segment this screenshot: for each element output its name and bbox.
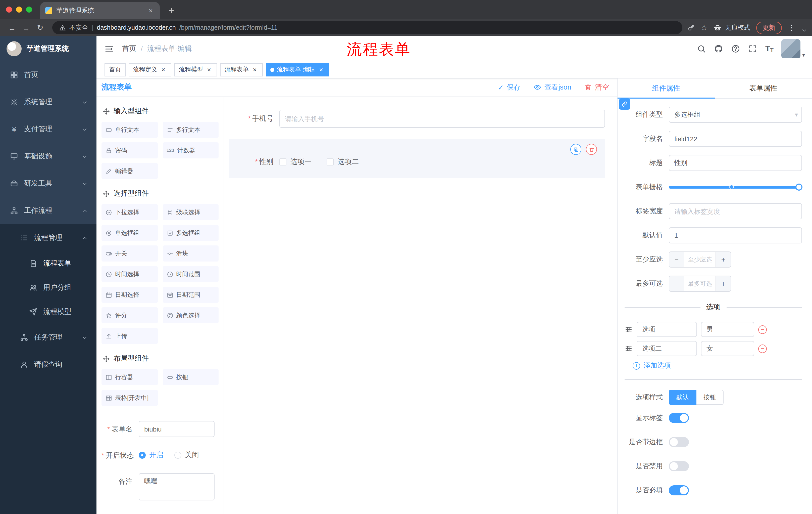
tag-close-icon[interactable]: × <box>205 66 212 74</box>
component-password[interactable]: 密码 <box>102 142 157 158</box>
component-upload[interactable]: 上传 <box>102 328 157 344</box>
component-select[interactable]: 下拉选择 <box>102 204 157 220</box>
increase-button[interactable]: + <box>716 252 731 267</box>
add-option-button[interactable]: + 添加选项 <box>633 361 802 370</box>
key-icon[interactable] <box>687 24 695 31</box>
component-switch[interactable]: 开关 <box>102 245 157 262</box>
fullscreen-icon[interactable] <box>748 44 757 53</box>
sidebar-logo[interactable]: 芋道管理系统 <box>0 36 96 61</box>
bookmark-star-icon[interactable]: ☆ <box>701 23 707 32</box>
component-radio-group[interactable]: 单选框组 <box>102 225 157 241</box>
component-type-select[interactable]: ▾ <box>669 107 802 123</box>
sidebar-item-task-mgmt[interactable]: 任务管理 <box>0 324 96 351</box>
tag-process-form[interactable]: 流程表单 × <box>220 63 263 76</box>
tag-home[interactable]: 首页 <box>105 63 126 76</box>
tag-close-icon[interactable]: × <box>251 66 258 74</box>
component-cascader[interactable]: 级联选择 <box>163 204 219 220</box>
update-button[interactable]: 更新 <box>756 21 782 34</box>
clear-button[interactable]: 清空 <box>584 83 609 92</box>
slider-handle[interactable] <box>795 184 803 191</box>
phone-field-row[interactable]: *手机号 <box>229 110 605 128</box>
disabled-toggle[interactable] <box>669 461 689 471</box>
component-date-picker[interactable]: 日期选择 <box>102 287 157 303</box>
component-table[interactable]: 表格[开发中] <box>102 390 157 406</box>
url-bar[interactable]: 不安全 | dashboard.yudao.iocoder.cn/bpm/man… <box>52 21 682 34</box>
sidebar-item-user-group[interactable]: 用户分组 <box>0 276 96 300</box>
show-label-toggle[interactable] <box>669 413 689 423</box>
link-badge[interactable] <box>619 99 630 110</box>
remove-option-button[interactable]: − <box>758 344 767 353</box>
forward-icon[interactable]: → <box>19 23 33 32</box>
help-icon[interactable] <box>731 44 740 53</box>
default-value-input[interactable] <box>669 227 802 243</box>
tag-process-model[interactable]: 流程模型 × <box>174 63 217 76</box>
component-color-picker[interactable]: 颜色选择 <box>163 307 219 323</box>
sidebar-item-system[interactable]: 系统管理 <box>0 88 96 116</box>
minimize-window-button[interactable] <box>16 6 22 12</box>
component-single-text[interactable]: 单行文本 <box>102 122 157 138</box>
status-on-radio[interactable]: 开启 <box>139 451 163 460</box>
github-icon[interactable] <box>714 44 723 53</box>
option2-label-input[interactable] <box>637 341 697 356</box>
component-button[interactable]: 按钮 <box>163 369 219 385</box>
text-size-icon[interactable]: TT <box>765 45 774 53</box>
breadcrumb-home[interactable]: 首页 <box>122 44 136 53</box>
style-default-button[interactable]: 默认 <box>669 390 696 405</box>
avatar-wrap[interactable]: ▾ <box>782 39 805 58</box>
increase-button[interactable]: + <box>716 276 731 291</box>
sidebar-item-process-form[interactable]: 流程表单 <box>0 251 96 276</box>
gender-option2-checkbox[interactable]: 选项二 <box>327 157 359 166</box>
sidebar-item-infra[interactable]: 基础设施 <box>0 143 96 170</box>
component-time-range[interactable]: 时间范围 <box>163 266 219 282</box>
form-remark-textarea[interactable]: 嘿嘿 <box>139 473 214 501</box>
option1-label-input[interactable] <box>637 322 697 337</box>
component-row-container[interactable]: 行容器 <box>102 369 157 385</box>
back-icon[interactable]: ← <box>5 23 19 32</box>
search-icon[interactable] <box>697 44 706 53</box>
style-button-button[interactable]: 按钮 <box>696 390 724 405</box>
gender-option1-checkbox[interactable]: 选项一 <box>279 157 312 166</box>
grid-slider[interactable] <box>669 179 802 195</box>
sidebar-item-devtools[interactable]: 研发工具 <box>0 170 96 197</box>
tag-close-icon[interactable]: × <box>318 66 325 74</box>
remove-option-button[interactable]: − <box>758 325 767 334</box>
copy-component-button[interactable] <box>570 144 581 155</box>
label-width-input[interactable] <box>669 203 802 219</box>
tab-form-props[interactable]: 表单属性 <box>715 78 812 98</box>
delete-component-button[interactable] <box>586 144 597 155</box>
chevron-down-icon[interactable] <box>802 27 807 33</box>
save-button[interactable]: ✓ 保存 <box>498 83 521 92</box>
component-multi-text[interactable]: 多行文本 <box>163 122 219 138</box>
tag-close-icon[interactable]: × <box>160 66 167 74</box>
browser-menu-icon[interactable]: ⋮ <box>788 23 795 32</box>
component-date-range[interactable]: 日期范围 <box>163 287 219 303</box>
component-counter[interactable]: 123计数器 <box>163 142 219 158</box>
tag-process-definition[interactable]: 流程定义 × <box>128 63 171 76</box>
component-time-picker[interactable]: 时间选择 <box>102 266 157 282</box>
gender-field-block[interactable]: *性别 选项一 选项二 <box>229 139 605 178</box>
phone-input[interactable] <box>279 110 605 128</box>
status-off-radio[interactable]: 关闭 <box>174 451 199 460</box>
slider-track[interactable] <box>669 186 802 188</box>
view-json-button[interactable]: 查看json <box>534 83 571 92</box>
border-toggle[interactable] <box>669 437 689 447</box>
tab-component-props[interactable]: 组件属性 <box>617 78 715 98</box>
component-rate[interactable]: 评分 <box>102 307 157 323</box>
hamburger-icon[interactable] <box>96 44 122 54</box>
tag-process-form-edit[interactable]: 流程表单-编辑 × <box>266 63 329 76</box>
field-name-input[interactable] <box>669 131 802 147</box>
sidebar-item-home[interactable]: 首页 <box>0 61 96 88</box>
sidebar-item-payment[interactable]: ¥ 支付管理 <box>0 116 96 143</box>
form-name-input[interactable] <box>139 421 214 437</box>
component-editor[interactable]: 编辑器 <box>102 163 157 179</box>
decrease-button[interactable]: − <box>669 276 685 291</box>
decrease-button[interactable]: − <box>669 252 685 267</box>
sidebar-item-process-model[interactable]: 流程模型 <box>0 300 96 324</box>
browser-tab[interactable]: 芋道管理系统 × <box>40 2 160 19</box>
avatar[interactable] <box>782 39 801 58</box>
title-input[interactable] <box>669 155 802 171</box>
tab-close-icon[interactable]: × <box>147 6 155 15</box>
sidebar-item-workflow[interactable]: 工作流程 <box>0 197 96 224</box>
sidebar-item-leave-query[interactable]: 请假查询 <box>0 351 96 378</box>
reload-icon[interactable]: ↻ <box>33 23 47 32</box>
